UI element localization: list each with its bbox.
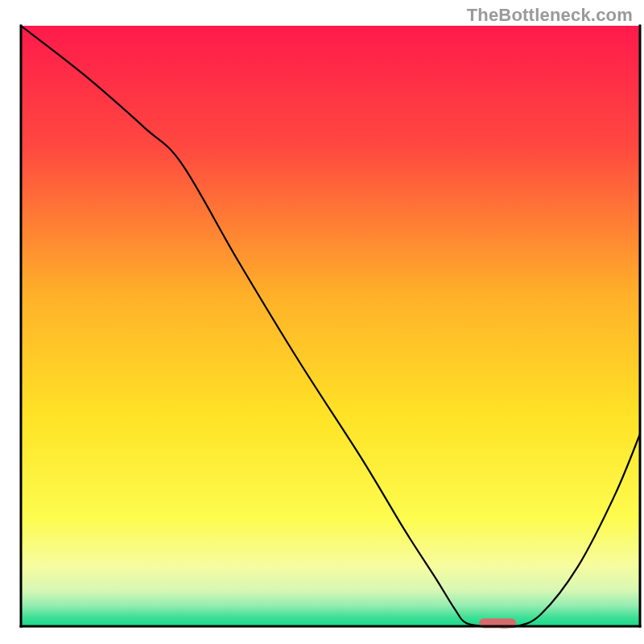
watermark-text: TheBottleneck.com [467,5,633,26]
chart-container: TheBottleneck.com [0,0,644,644]
plot-background [21,26,640,626]
bottleneck-chart [0,0,644,644]
